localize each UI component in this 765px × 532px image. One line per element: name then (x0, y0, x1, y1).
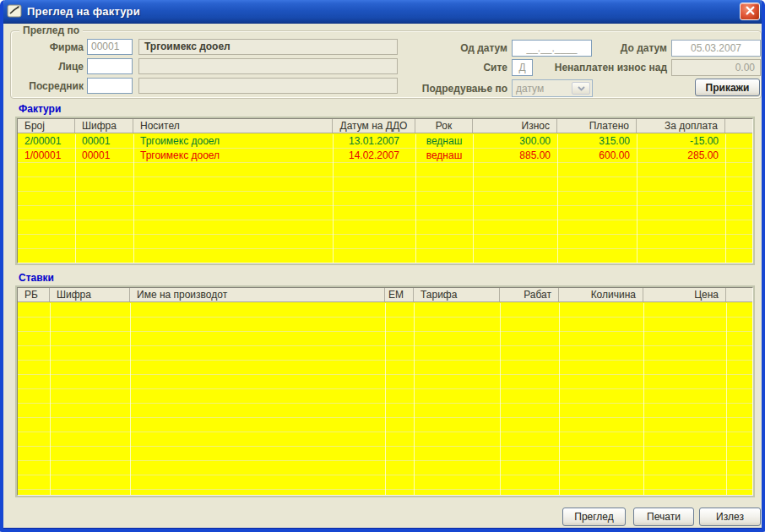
invoices-table: Број Шифра Носител Датум на ДДО Рок Изно… (15, 117, 755, 265)
table-row[interactable]: 1/00001 00001 Тргоимекс дооел 14.02.2007… (18, 149, 752, 163)
site-input[interactable]: Д (512, 59, 533, 76)
items-section-label: Ставки (19, 272, 54, 284)
firma-label: Фирма (12, 40, 84, 56)
invoices-col-doplata: За доплата (637, 119, 725, 133)
items-col-cena: Цена (643, 288, 726, 301)
posrednik-code-input[interactable] (87, 78, 133, 94)
posrednik-name-field (138, 78, 398, 94)
close-button[interactable] (740, 3, 760, 20)
items-table-header: РБ Шифра Име на производот ЕМ Тарифа Раб… (18, 288, 752, 302)
close-icon (746, 3, 755, 19)
podreduvanje-value: датум (516, 83, 544, 95)
lice-label: Лице (12, 59, 84, 75)
items-col-kolicina: Количина (559, 288, 643, 301)
filter-group-label: Преглед по (19, 24, 83, 36)
firma-name-field: Тргоимекс дооел (138, 39, 398, 55)
app-icon (7, 3, 22, 19)
site-label: Сите (392, 60, 507, 76)
firma-code-input[interactable]: 00001 (87, 39, 133, 55)
od-datum-input[interactable]: __.__.____ (512, 40, 592, 57)
items-col-sifra: Шифра (50, 288, 130, 301)
items-col-tarifa: Тарифа (414, 288, 500, 301)
pregled-button[interactable]: Преглед (562, 508, 626, 526)
items-col-ime: Име на производот (130, 288, 385, 301)
app-window: Преглед на фактури Преглед по Фирма 0000… (0, 0, 765, 532)
nenaplaten-input: 0.00 (671, 59, 761, 76)
podreduvanje-label: Подредување по (375, 81, 507, 97)
do-datum-label: До датум (594, 41, 667, 57)
pecati-button[interactable]: Печати (633, 508, 694, 526)
nenaplaten-label: Ненаплатен износ над (538, 60, 667, 76)
invoices-col-plateno: Платено (557, 119, 637, 133)
items-col-rb: РБ (18, 288, 50, 301)
invoices-table-header: Број Шифра Носител Датум на ДДО Рок Изно… (18, 119, 752, 133)
window-title: Преглед на фактури (27, 5, 740, 18)
lice-name-field (138, 58, 398, 74)
items-col-em: ЕМ (385, 288, 414, 301)
items-table-body (18, 303, 752, 495)
titlebar: Преглед на фактури (0, 0, 765, 24)
invoices-col-datum: Датум на ДДО (333, 119, 415, 133)
invoices-col-nositel: Носител (133, 119, 333, 133)
invoices-section-label: Фактури (19, 103, 61, 115)
chevron-down-icon[interactable] (572, 82, 590, 95)
invoices-table-body: 2/00001 00001 Тргоимекс дооел 13.01.2007… (18, 134, 752, 263)
invoices-col-sifra: Шифра (75, 119, 133, 133)
invoices-col-rok: Рок (415, 119, 473, 133)
izlez-button[interactable]: Излез (699, 508, 761, 526)
do-datum-input[interactable]: 05.03.2007 (671, 40, 761, 57)
items-col-rabat: Рабат (500, 288, 559, 301)
items-table: РБ Шифра Име на производот ЕМ Тарифа Раб… (15, 285, 755, 497)
invoices-col-broj: Број (18, 119, 75, 133)
lice-code-input[interactable] (87, 58, 133, 74)
podreduvanje-dropdown[interactable]: датум (512, 79, 593, 97)
od-datum-label: Од датум (392, 41, 507, 57)
posrednik-label: Посредник (12, 79, 84, 95)
table-row[interactable]: 2/00001 00001 Тргоимекс дооел 13.01.2007… (18, 134, 752, 149)
invoices-col-iznos: Износ (473, 119, 557, 133)
prikazi-button[interactable]: Прикажи (695, 79, 760, 96)
